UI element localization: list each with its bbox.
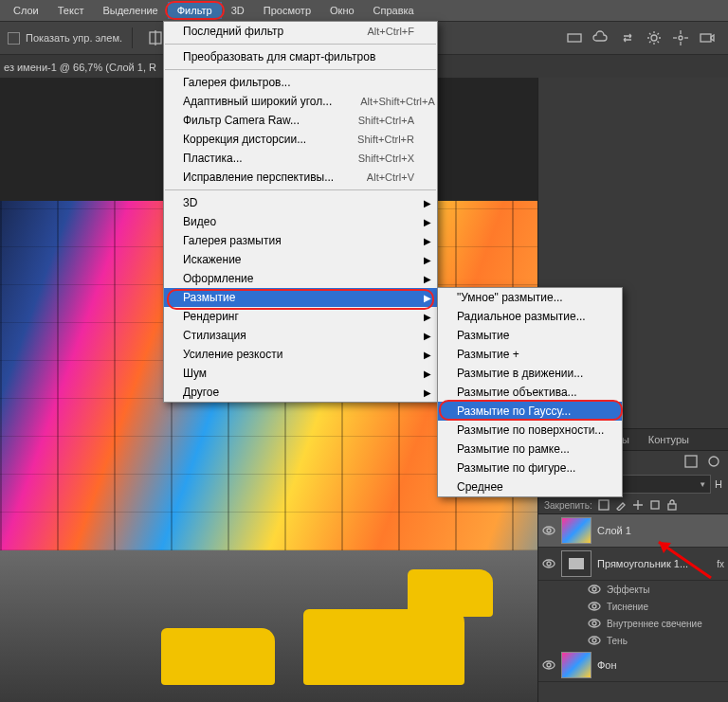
menu-view[interactable]: Просмотр [254,2,320,19]
layers-list: Слой 1 Прямоугольник 1... fx Эффекты Тис… [538,514,728,682]
menu-layers[interactable]: Слои [4,2,48,19]
show-controls-checkbox[interactable] [8,32,20,45]
menu-item[interactable]: Размытие по фигуре... [438,459,622,477]
visibility-icon[interactable] [542,524,555,537]
menu-item[interactable]: Размытие по поверхности... [438,421,622,440]
menu-item[interactable]: Размытие по рамке... [438,440,622,459]
lock-move-icon[interactable] [632,499,644,511]
filter-menu-dropdown: Последний фильтрAlt+Ctrl+FПреобразовать … [163,21,438,403]
layer-name[interactable]: Фон [597,659,724,671]
layer-thumbnail[interactable] [561,550,592,577]
menu-item[interactable]: Размытие [438,326,622,345]
menu-item[interactable]: Галерея размытия▶ [164,231,437,250]
menu-item[interactable]: Адаптивный широкий угол...Alt+Shift+Ctrl… [164,92,437,111]
submenu-arrow-icon: ▶ [424,350,431,360]
menu-selection[interactable]: Выделение [93,2,167,19]
menu-item[interactable]: Размытие▶ [164,288,437,307]
svg-point-28 [547,663,551,667]
menu-item[interactable]: Шум▶ [164,364,437,383]
svg-point-4 [679,36,682,40]
svg-point-24 [592,621,596,625]
submenu-arrow-icon: ▶ [424,255,431,265]
menu-item[interactable]: Исправление перспективы...Alt+Ctrl+V [164,168,437,187]
svg-rect-14 [668,504,676,510]
visibility-icon[interactable] [588,583,601,596]
menu-item[interactable]: Радиальное размытие... [438,307,622,326]
svg-point-15 [543,527,555,534]
menu-filter[interactable]: Фильтр [168,2,222,19]
svg-point-16 [547,529,551,532]
document-tab[interactable]: ез имени-1 @ 66,7% (Слой 1, R [4,62,156,73]
effects-label: Эффекты [607,585,649,595]
cloud-icon[interactable] [592,29,610,46]
menu-item[interactable]: Галерея фильтров... [164,73,437,92]
menu-help[interactable]: Справка [364,2,424,19]
effect-item[interactable]: Внутреннее свечение [607,619,702,629]
target-icon[interactable] [672,29,689,46]
svg-point-18 [547,562,551,566]
layer-thumbnail[interactable] [561,517,592,544]
effect-item[interactable]: Тиснение [607,602,648,612]
menu-item[interactable]: Стилизация▶ [164,326,437,345]
svg-point-27 [543,661,555,669]
align-icon[interactable] [147,29,164,46]
menu-item[interactable]: Пластика...Shift+Ctrl+X [164,149,437,168]
menu-item[interactable]: "Умное" размытие... [438,288,622,307]
menu-item[interactable]: Размытие в движении... [438,364,622,383]
menu-item[interactable]: Искажение▶ [164,250,437,269]
tab-paths[interactable]: Контуры [639,429,699,450]
svg-point-23 [589,620,600,627]
gear-icon[interactable] [646,29,663,46]
visibility-icon[interactable] [588,634,601,647]
lock-brush-icon[interactable] [615,499,627,511]
filter-layers-icon[interactable] [684,455,698,468]
menu-item[interactable]: Фильтр Camera Raw...Shift+Ctrl+A [164,111,437,130]
menu-item[interactable]: 3D▶ [164,193,437,212]
lock-artboard-icon[interactable] [649,499,661,511]
menu-item[interactable]: Размытие объектива... [438,383,622,402]
menu-3d[interactable]: 3D [222,2,254,19]
fx-badge[interactable]: fx [717,559,724,569]
menu-item[interactable]: Среднее [438,477,622,496]
menu-item[interactable]: Усиление резкости▶ [164,345,437,364]
submenu-arrow-icon: ▶ [424,369,431,379]
menu-item[interactable]: Последний фильтрAlt+Ctrl+F [164,22,437,41]
submenu-arrow-icon: ▶ [424,293,431,303]
svg-rect-10 [685,456,697,467]
layer-thumbnail[interactable] [561,652,592,678]
menu-item[interactable]: Коррекция дисторсии...Shift+Ctrl+R [164,130,437,149]
menu-window[interactable]: Окно [320,2,364,19]
layer-name[interactable]: Прямоугольник 1... [597,558,711,569]
visibility-icon[interactable] [542,557,555,570]
panel-menu-icon[interactable] [707,455,720,468]
lock-transparency-icon[interactable] [598,499,610,511]
layer-row[interactable]: Прямоугольник 1... fx [538,548,728,581]
svg-point-22 [592,604,596,608]
menu-item[interactable]: Размытие + [438,345,622,364]
effect-item[interactable]: Тень [607,636,628,646]
layer-name[interactable]: Слой 1 [597,525,724,536]
menu-text[interactable]: Текст [48,2,94,19]
layer-row[interactable]: Слой 1 [538,514,728,548]
svg-point-11 [709,457,719,466]
menu-item[interactable]: Преобразовать для смарт-фильтров [164,47,437,66]
menu-item[interactable]: Видео▶ [164,212,437,231]
submenu-arrow-icon: ▶ [424,274,431,284]
swap-icon[interactable] [619,29,636,46]
visibility-icon[interactable] [588,600,601,613]
svg-point-25 [589,637,600,644]
visibility-icon[interactable] [542,658,555,672]
svg-point-17 [543,560,555,567]
lock-icon[interactable] [666,499,678,511]
menu-item[interactable]: Другое▶ [164,383,437,402]
layer-effects-group: Эффекты Тиснение Внутреннее свечение Тен… [538,581,728,649]
tool-icon-1[interactable] [566,29,583,46]
menu-item[interactable]: Рендеринг▶ [164,307,437,326]
visibility-icon[interactable] [588,617,601,630]
svg-rect-9 [701,34,711,42]
layer-row[interactable]: Фон [538,649,728,682]
show-controls-label: Показать упр. элем. [26,32,122,44]
camera-icon[interactable] [699,29,716,46]
menu-item[interactable]: Размытие по Гауссу... [438,402,622,421]
menu-item[interactable]: Оформление▶ [164,269,437,288]
